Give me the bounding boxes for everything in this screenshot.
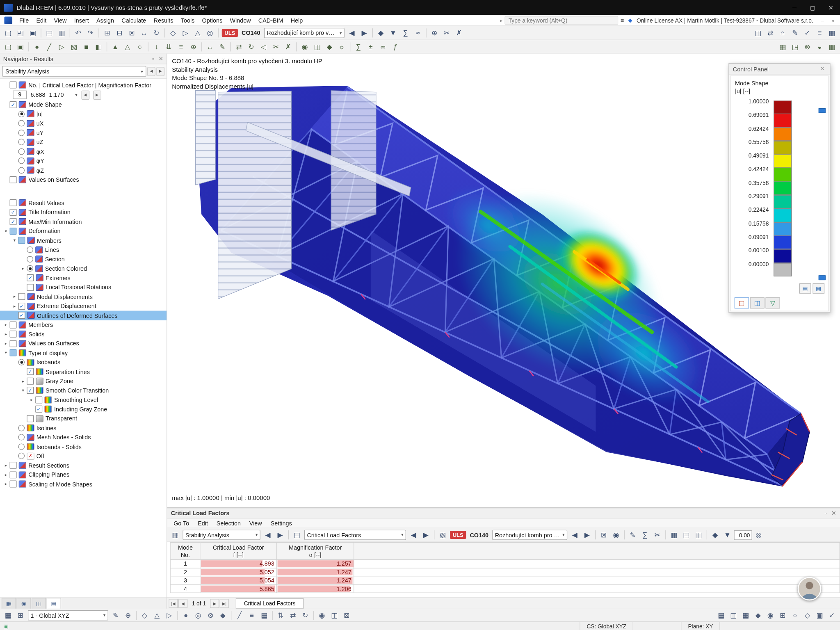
first-page-button[interactable]: |◀ [169, 599, 178, 608]
hinge-icon[interactable]: ○ [134, 41, 146, 52]
layout-icon[interactable]: ▥ [826, 41, 838, 52]
menu-insert[interactable]: Insert [71, 16, 93, 25]
minimize-button[interactable]: ─ [785, 0, 803, 15]
menu-cad-bim[interactable]: CAD-BIM [255, 16, 287, 25]
last-page-button[interactable]: ▶| [220, 599, 229, 608]
menu-file[interactable]: File [16, 16, 32, 25]
undo-icon[interactable]: ↶ [72, 27, 84, 38]
tree-item-members[interactable]: ▸Members [0, 320, 167, 329]
export-excel-icon[interactable]: ▦ [668, 529, 680, 540]
previous-combination-icon[interactable]: ◀ [569, 529, 581, 540]
select-in-model-icon[interactable]: ⊠ [598, 529, 609, 540]
tree-item-result-sections[interactable]: ▸Result Sections [0, 461, 167, 470]
menu-tools[interactable]: Tools [177, 16, 199, 25]
line-grid-icon[interactable]: ≡ [246, 609, 258, 621]
control-panel-close-icon[interactable]: ✕ [819, 65, 826, 72]
radio-button[interactable] [18, 148, 25, 155]
add-object-icon[interactable]: ⊕ [429, 27, 441, 38]
expander-icon[interactable]: ▾ [2, 351, 9, 356]
snap-node-icon[interactable]: ● [180, 609, 192, 621]
trim-icon[interactable]: ✂ [441, 27, 453, 38]
checkbox[interactable] [10, 349, 17, 356]
table-panel-titlebar[interactable]: Critical Load Factors ▫ ✕ [167, 509, 840, 519]
rotate-copy-icon[interactable]: ↻ [245, 41, 257, 52]
comments-icon[interactable]: ▤ [258, 609, 270, 621]
menu-view[interactable]: View [50, 16, 70, 25]
tree-item-mesh-nodes-solids[interactable]: Mesh Nodes - Solids [0, 433, 167, 442]
checkbox[interactable]: ✓ [27, 387, 34, 394]
tree-item-deformation[interactable]: ▾Deformation [0, 226, 167, 236]
previous-analysis-icon[interactable]: ◀ [262, 529, 274, 540]
checkbox[interactable] [10, 331, 17, 338]
file-menu-logo-icon[interactable] [4, 16, 12, 24]
table-panel-close-icon[interactable]: ✕ [831, 510, 836, 517]
search-filter-icon[interactable]: ≡ [621, 17, 624, 23]
line-icon[interactable]: ╱ [43, 41, 55, 52]
navigator-tab-data[interactable]: ▦ [2, 598, 16, 609]
work-plane-xy-icon[interactable]: ◇ [139, 609, 151, 621]
checkbox[interactable] [10, 471, 17, 478]
table-menu-selection[interactable]: Selection [212, 519, 245, 527]
snap-center-icon[interactable]: ◎ [192, 609, 204, 621]
sum-check-icon[interactable]: ∑ [352, 41, 364, 52]
tree-item-off[interactable]: ✗Off [0, 451, 167, 461]
radio-button[interactable] [18, 434, 25, 441]
line-support-icon[interactable]: △ [121, 41, 133, 52]
continuous-icon[interactable]: ∞ [377, 41, 389, 52]
column-header-magnification-factor[interactable]: Magnification Factorα [--] [277, 542, 354, 559]
navigator-close-icon[interactable]: ✕ [158, 55, 163, 62]
table-row-mode-2[interactable]: 25.0521.247 [171, 568, 840, 576]
coordinate-system-status[interactable]: CS: Global XYZ [580, 622, 632, 630]
checkbox[interactable] [10, 228, 17, 235]
checkbox[interactable] [18, 293, 25, 300]
checkbox[interactable] [10, 462, 17, 469]
plane-switch-icon[interactable]: ⇅ [275, 609, 287, 621]
print-table-icon[interactable]: ▤ [680, 529, 692, 540]
rotate-plane-icon[interactable]: ↻ [299, 609, 311, 621]
view-in-x-icon[interactable]: ▷ [180, 27, 192, 38]
scale-min-slider-handle[interactable] [819, 275, 826, 280]
table-menu-edit[interactable]: Edit [194, 519, 212, 527]
isometric-view-icon[interactable]: ◇ [167, 27, 179, 38]
expander-icon[interactable]: ▸ [11, 304, 18, 308]
radio-button[interactable] [18, 425, 25, 431]
move-copy-icon[interactable]: ⇄ [233, 41, 245, 52]
swap-view-icon[interactable]: ⇄ [765, 27, 776, 38]
checkbox[interactable]: ✓ [27, 368, 34, 375]
half-view-icon[interactable]: ◒ [814, 41, 826, 52]
tree-item-gray-zone[interactable]: ▸Gray Zone [0, 377, 167, 386]
radio-button[interactable] [18, 359, 25, 365]
checkbox[interactable]: ✓ [10, 209, 17, 216]
settings-icon[interactable]: ≡ [814, 27, 826, 38]
panels-icon[interactable]: ◫ [752, 27, 764, 38]
render-toggle-icon[interactable]: ◆ [752, 609, 764, 621]
filter-results-icon[interactable]: ◆ [709, 529, 721, 540]
checkbox[interactable] [27, 415, 34, 422]
tree-item-z[interactable]: φZ [0, 166, 167, 175]
display-factors-tab[interactable]: ◫ [750, 297, 765, 308]
close-button[interactable]: ✕ [822, 0, 840, 15]
radio-button[interactable] [18, 120, 25, 127]
navigator-tab-results[interactable]: ▤ [47, 598, 61, 609]
tree-item-including-gray-zone[interactable]: ✓Including Gray Zone [0, 404, 167, 414]
expander-icon[interactable]: ▸ [2, 322, 9, 327]
select-icon[interactable]: ▢ [2, 41, 14, 52]
messages-icon[interactable]: ▤ [715, 609, 727, 621]
panel-save-button[interactable]: ▤ [799, 283, 811, 294]
checkbox[interactable]: ✓ [18, 303, 25, 310]
mirror-icon[interactable]: ◁ [258, 41, 269, 52]
lock-icon[interactable]: ▣ [814, 609, 826, 621]
menu-edit[interactable]: Edit [32, 16, 50, 25]
snap-intersection-icon[interactable]: ⊗ [205, 609, 217, 621]
expander-icon[interactable]: ▸ [19, 266, 27, 271]
checkbox[interactable]: ✓ [27, 274, 34, 281]
show-results-icon[interactable]: ◆ [375, 27, 387, 38]
checkbox[interactable] [35, 396, 42, 403]
grid-table-icon[interactable]: ▦ [777, 41, 789, 52]
delete-icon[interactable]: ✗ [453, 27, 465, 38]
table-row-mode-3[interactable]: 35.0541.247 [171, 576, 840, 584]
open-icon[interactable]: ◰ [14, 27, 26, 38]
lighting-icon[interactable]: ☼ [336, 41, 348, 52]
radio-button[interactable] [27, 265, 33, 272]
maximize-button[interactable]: ▢ [803, 0, 822, 15]
